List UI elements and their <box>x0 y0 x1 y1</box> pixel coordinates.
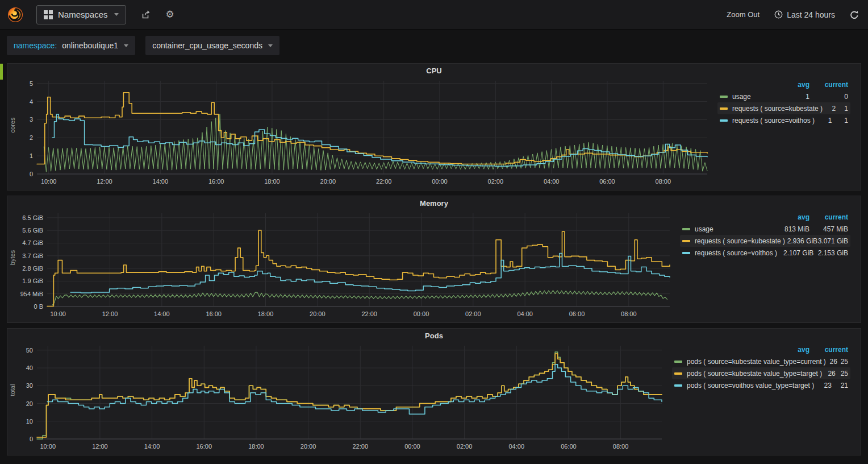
svg-text:0: 0 <box>30 436 33 442</box>
memory-chart[interactable]: 10:0012:0014:0016:0018:0020:0022:0000:00… <box>13 210 674 321</box>
legend-header: avg current <box>717 78 850 90</box>
cpu-panel-title[interactable]: CPU <box>7 64 861 77</box>
svg-text:4.7 GiB: 4.7 GiB <box>22 239 43 246</box>
namespace-variable-dropdown[interactable]: namespace: onlineboutique1 <box>7 36 135 55</box>
grafana-logo-icon <box>6 5 25 24</box>
series-color-swatch <box>674 372 682 375</box>
svg-text:18:00: 18:00 <box>248 443 264 450</box>
caret-down-icon <box>124 44 128 47</box>
cpu-chart[interactable]: 10:0012:0014:0016:0018:0020:0022:0000:00… <box>13 77 712 189</box>
caret-down-icon <box>114 13 119 16</box>
share-icon <box>141 10 151 20</box>
series-color-swatch <box>682 228 690 230</box>
svg-text:02:00: 02:00 <box>488 178 504 185</box>
metric-variable-value: container_cpu_usage_seconds <box>152 41 262 50</box>
pods-panel-title[interactable]: Pods <box>7 329 861 342</box>
svg-text:1: 1 <box>30 152 33 159</box>
legend-series-toggle[interactable]: requests ( source=voithos ) <box>682 249 777 257</box>
svg-text:3.7 GiB: 3.7 GiB <box>22 252 43 259</box>
namespace-variable-label: namespace: <box>14 41 57 50</box>
series-color-swatch <box>720 107 728 110</box>
svg-text:2.8 GiB: 2.8 GiB <box>22 265 43 272</box>
svg-text:04:00: 04:00 <box>544 178 560 185</box>
metric-variable-dropdown[interactable]: container_cpu_usage_seconds <box>145 36 279 55</box>
legend-row: usage 1 0 <box>717 90 850 102</box>
zoom-out-button[interactable]: Zoom Out <box>727 10 760 19</box>
cpu-panel: CPU cores 10:0012:0014:0016:0018:0020:00… <box>7 63 861 190</box>
svg-text:00:00: 00:00 <box>414 310 429 317</box>
legend-header: avg current <box>672 343 850 355</box>
svg-text:06:00: 06:00 <box>561 443 577 450</box>
legend-header: avg current <box>680 211 850 223</box>
variable-row: namespace: onlineboutique1 container_cpu… <box>0 30 868 59</box>
svg-text:20: 20 <box>26 400 33 407</box>
legend-series-toggle[interactable]: usage <box>720 93 769 101</box>
legend-series-toggle[interactable]: requests ( source=kubestate ) <box>720 105 823 113</box>
legend-row: requests ( source=voithos ) 2.107 GiB 2.… <box>680 247 850 259</box>
settings-button[interactable]: ⚙ <box>166 9 174 20</box>
svg-text:5: 5 <box>30 80 33 87</box>
series-color-swatch <box>674 361 682 363</box>
series-color-swatch <box>720 96 728 98</box>
series-color-swatch <box>720 119 728 122</box>
svg-text:12:00: 12:00 <box>102 310 118 317</box>
legend-series-toggle[interactable]: pods ( source=kubestate value_type=curre… <box>674 358 826 366</box>
svg-text:08:00: 08:00 <box>656 178 671 185</box>
svg-text:20:00: 20:00 <box>310 310 326 317</box>
svg-text:12:00: 12:00 <box>92 443 108 450</box>
memory-panel: Memory bytes 10:0012:0014:0016:0018:0020… <box>7 196 861 323</box>
legend-series-toggle[interactable]: requests ( source=kubestate ) <box>682 237 785 245</box>
svg-text:6.5 GiB: 6.5 GiB <box>22 214 43 221</box>
series-color-swatch <box>674 384 682 387</box>
clock-icon <box>774 10 783 19</box>
svg-text:10:00: 10:00 <box>40 443 56 450</box>
svg-text:30: 30 <box>26 382 33 389</box>
svg-text:3: 3 <box>30 116 33 123</box>
svg-text:06:00: 06:00 <box>569 310 585 317</box>
series-color-swatch <box>682 240 690 242</box>
share-button[interactable] <box>141 10 151 20</box>
pods-y-axis-label: total <box>9 359 16 421</box>
svg-text:40: 40 <box>26 364 33 371</box>
namespace-variable-value: onlineboutique1 <box>62 41 118 50</box>
cpu-y-axis-label: cores <box>9 94 16 156</box>
legend-row: requests ( source=kubestate ) 2 1 <box>717 102 850 114</box>
cpu-legend: avg current usage 1 0 requests ( source=… <box>712 77 854 189</box>
refresh-button[interactable] <box>850 10 859 19</box>
legend-series-toggle[interactable]: requests ( source=voithos ) <box>720 117 815 125</box>
legend-row: requests ( source=voithos ) 1 1 <box>717 114 850 126</box>
svg-text:04:00: 04:00 <box>517 310 533 317</box>
dashboard-grid: CPU cores 10:0012:0014:0016:0018:0020:00… <box>0 59 868 455</box>
legend-row: usage 813 MiB 457 MiB <box>680 223 850 235</box>
svg-text:4: 4 <box>30 98 33 105</box>
legend-series-toggle[interactable]: pods ( source=kubestate value_type=targe… <box>674 370 822 378</box>
dashboard-title: Namespaces <box>58 10 108 19</box>
svg-text:954 MiB: 954 MiB <box>20 291 43 297</box>
svg-text:08:00: 08:00 <box>613 443 629 450</box>
memory-panel-title[interactable]: Memory <box>7 196 861 210</box>
svg-text:14:00: 14:00 <box>153 178 169 185</box>
legend-series-toggle[interactable]: usage <box>682 225 769 233</box>
svg-text:16:00: 16:00 <box>196 443 212 450</box>
svg-text:10:00: 10:00 <box>41 178 57 185</box>
navbar: Namespaces ⚙ Zoom Out Last 24 hours <box>0 0 868 30</box>
grafana-logo[interactable] <box>5 4 26 26</box>
legend-series-toggle[interactable]: pods ( source=voithos value_type=target … <box>674 382 814 390</box>
time-range-picker[interactable]: Last 24 hours <box>774 10 835 19</box>
svg-text:0 B: 0 B <box>34 303 43 310</box>
svg-text:00:00: 00:00 <box>404 443 420 450</box>
legend-row: pods ( source=kubestate value_type=targe… <box>672 367 850 379</box>
svg-text:02:00: 02:00 <box>465 310 481 317</box>
caret-down-icon <box>268 44 273 47</box>
svg-text:16:00: 16:00 <box>206 310 222 317</box>
svg-text:0: 0 <box>30 171 33 177</box>
svg-text:04:00: 04:00 <box>508 443 524 450</box>
pods-chart[interactable]: 10:0012:0014:0016:0018:0020:0022:0000:00… <box>13 342 666 454</box>
svg-text:14:00: 14:00 <box>154 310 170 317</box>
gear-icon: ⚙ <box>166 9 174 20</box>
legend-row: pods ( source=voithos value_type=target … <box>672 379 850 391</box>
svg-text:20:00: 20:00 <box>320 178 336 185</box>
dashboard-picker-button[interactable]: Namespaces <box>36 5 126 24</box>
svg-text:22:00: 22:00 <box>376 178 392 185</box>
svg-text:2: 2 <box>30 134 33 141</box>
